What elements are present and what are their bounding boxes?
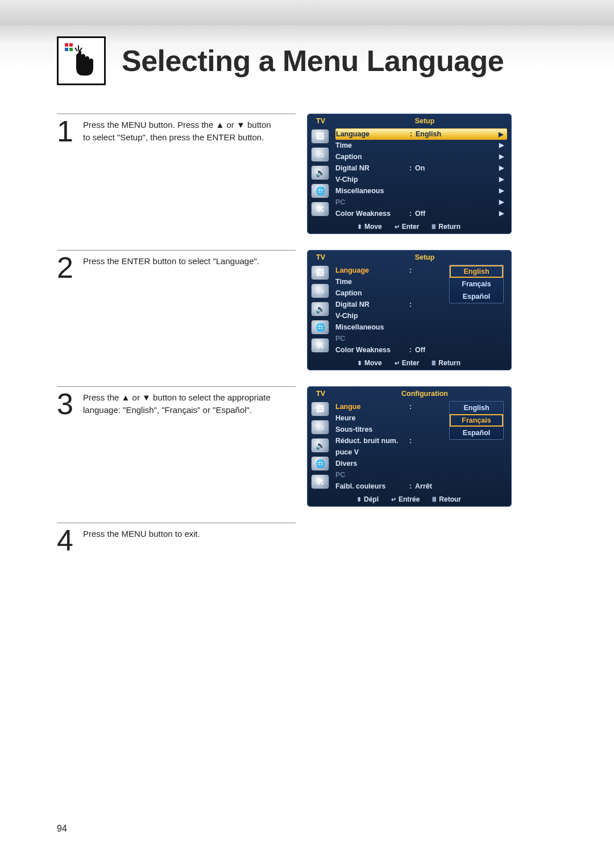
move-icon: ⬍ — [357, 360, 362, 367]
step-number: 1 — [57, 116, 80, 146]
step-4: 4 Press the MENU button to exit. — [57, 523, 569, 555]
lang-option-espanol[interactable]: Español — [450, 290, 503, 303]
step-number: 4 — [57, 525, 80, 555]
enter-icon: ↵ — [391, 496, 396, 503]
menu-item-vchip[interactable]: V-Chip — [335, 310, 507, 322]
menu-item-pc[interactable]: PC — [335, 469, 507, 481]
osd-sidebar-icons: 🖼 ▭ 🔊 🌐 🛠 — [309, 400, 332, 493]
menu-item-pc[interactable]: PC — [335, 333, 507, 344]
step-text: Press the MENU button. Press the ▲ or ▼ … — [80, 116, 279, 146]
setup-icon: 🛠 — [312, 475, 329, 489]
osd-title: Configuration — [343, 390, 506, 398]
channel-icon: 🌐 — [312, 320, 329, 334]
step-2: 2 Press the ENTER button to select "Lang… — [57, 250, 569, 370]
page-content: Selecting a Menu Language 1 Press the ME… — [0, 0, 614, 555]
return-icon: Ⅲ — [432, 223, 436, 231]
osd-footer: ⬍Move ↵Enter ⅢReturn — [309, 220, 508, 232]
lang-option-english[interactable]: English — [450, 402, 503, 414]
channel-icon: 🌐 — [312, 457, 329, 470]
step-number: 3 — [57, 389, 80, 419]
return-icon: Ⅲ — [432, 496, 437, 503]
menu-item-pc[interactable]: PC▶ — [335, 197, 507, 208]
osd-panel-3: TV Configuration 🖼 ▭ 🔊 🌐 🛠 Langue: — [307, 386, 512, 507]
pic-icon: 🖼 — [312, 402, 329, 416]
enter-icon: ↵ — [395, 223, 400, 231]
top-metal-band — [0, 0, 614, 25]
step-text: Press the ▲ or ▼ button to select the ap… — [80, 389, 279, 419]
setup-icon: 🛠 — [312, 339, 329, 352]
sound-icon: 🔊 — [312, 166, 329, 180]
language-popup: English Français Español — [449, 401, 504, 440]
menu-item-caption[interactable]: Caption▶ — [335, 151, 507, 162]
channel-icon: 🌐 — [312, 184, 329, 198]
lang-option-francais[interactable]: Français — [450, 414, 503, 427]
step-text: Press the MENU button to exit. — [80, 525, 279, 555]
svg-rect-0 — [65, 43, 68, 47]
svg-line-6 — [80, 48, 82, 51]
osd-panel-2: TV Setup 🖼 ▭ 🔊 🌐 🛠 Lan — [307, 250, 512, 370]
menu-item-divers[interactable]: Divers — [335, 458, 507, 469]
svg-rect-2 — [65, 48, 68, 51]
move-icon: ⬍ — [356, 496, 362, 503]
screen-icon: ▭ — [312, 148, 329, 161]
return-icon: Ⅲ — [432, 360, 436, 367]
menu-item-language[interactable]: Language:English▶ — [335, 128, 507, 140]
step-1: 1 Press the MENU button. Press the ▲ or … — [57, 114, 569, 234]
enter-icon: ↵ — [395, 360, 400, 367]
sound-icon: 🔊 — [312, 439, 329, 452]
menu-item-digital-nr[interactable]: Digital NR:On▶ — [335, 162, 507, 174]
pic-icon: 🖼 — [312, 130, 329, 143]
menu-item-color-weakness[interactable]: Color Weakness:Off — [335, 344, 507, 356]
menu-item-time[interactable]: Time▶ — [335, 140, 507, 151]
osd-tv-label: TV — [312, 117, 343, 125]
menu-item-puce-v[interactable]: puce V — [335, 446, 507, 458]
page-title: Selecting a Menu Language — [122, 44, 504, 78]
setup-icon: 🛠 — [312, 202, 329, 216]
osd-footer: ⬍Move ↵Enter ⅢReturn — [309, 357, 508, 368]
osd-list: Language: Time Caption Digital NR: V-Chi… — [332, 264, 508, 357]
menu-item-misc[interactable]: Miscellaneous — [335, 322, 507, 333]
osd-sidebar-icons: 🖼 ▭ 🔊 🌐 🛠 — [309, 127, 332, 220]
osd-tv-label: TV — [312, 253, 343, 261]
osd-footer: ⬍Dépl ↵Entrée ⅢRetour — [309, 493, 508, 504]
screen-icon: ▭ — [312, 420, 329, 434]
osd-list: Language:English▶ Time▶ Caption▶ Digital… — [332, 127, 508, 220]
lang-option-espanol[interactable]: Español — [450, 427, 503, 439]
menu-item-color-weakness[interactable]: Color Weakness:Off▶ — [335, 208, 507, 219]
osd-sidebar-icons: 🖼 ▭ 🔊 🌐 🛠 — [309, 264, 332, 357]
osd-panel-1: TV Setup 🖼 ▭ 🔊 🌐 🛠 Lan — [307, 114, 512, 234]
osd-title: Setup — [343, 253, 506, 261]
language-popup: English Français Español — [449, 265, 504, 303]
step-text: Press the ENTER button to select "Langua… — [80, 253, 279, 282]
steps-container: 1 Press the MENU button. Press the ▲ or … — [57, 114, 569, 555]
osd-tv-label: TV — [312, 390, 343, 398]
svg-rect-1 — [69, 43, 73, 47]
menu-item-vchip[interactable]: V-Chip▶ — [335, 174, 507, 185]
step-3: 3 Press the ▲ or ▼ button to select the … — [57, 386, 569, 507]
svg-rect-3 — [69, 48, 73, 51]
menu-item-misc[interactable]: Miscellaneous▶ — [335, 185, 507, 197]
move-icon: ⬍ — [357, 223, 362, 231]
osd-list: Langue: Heure Sous-titres Réduct. bruit … — [332, 400, 508, 493]
lang-option-francais[interactable]: Français — [450, 278, 503, 290]
screen-icon: ▭ — [312, 284, 329, 298]
page-header: Selecting a Menu Language — [57, 36, 569, 85]
step-number: 2 — [57, 253, 80, 282]
page-number: 94 — [57, 824, 67, 834]
svg-line-5 — [75, 48, 77, 51]
hand-press-icon — [57, 36, 106, 85]
sound-icon: 🔊 — [312, 302, 329, 316]
pic-icon: 🖼 — [312, 266, 329, 279]
osd-title: Setup — [343, 117, 506, 125]
menu-item-faibl-couleurs[interactable]: Faibl. couleurs:Arrêt — [335, 481, 507, 492]
lang-option-english[interactable]: English — [450, 265, 503, 278]
